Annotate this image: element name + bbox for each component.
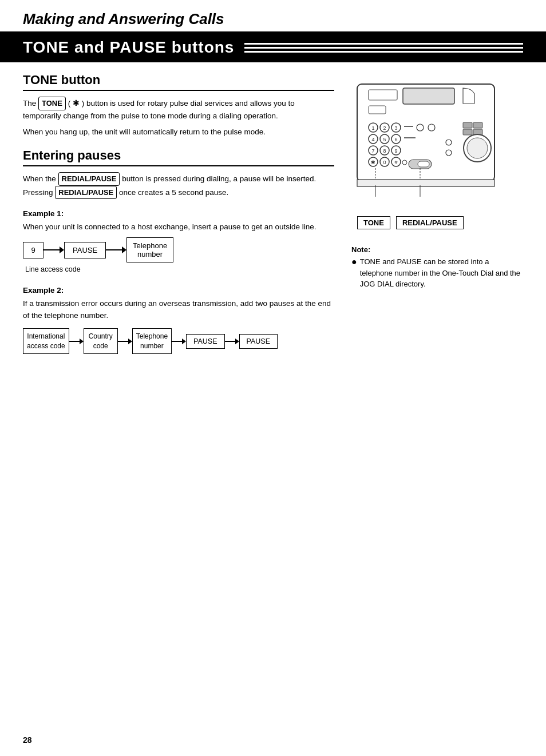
diag2-connector2: [118, 339, 132, 344]
pause-desc-1: When the: [23, 174, 56, 183]
page-title: Making and Answering Calls: [23, 10, 523, 28]
diag2-box3: Telephone number: [132, 328, 172, 355]
note-text: TONE and PAUSE can be stored into a tele…: [360, 256, 523, 290]
redial-pause-key1: REDIAL/PAUSE: [58, 172, 120, 186]
example2-description: If a transmission error occurs during an…: [23, 298, 334, 321]
diag1-box1: 9: [23, 242, 43, 258]
diag1-box2: PAUSE: [64, 242, 106, 258]
svg-text:3: 3: [394, 125, 397, 131]
diag2-box5: PAUSE: [239, 334, 278, 349]
note-item: ● TONE and PAUSE can be stored into a te…: [351, 256, 523, 290]
svg-rect-3: [369, 106, 386, 114]
redial-device-label: REDIAL/PAUSE: [396, 216, 464, 229]
svg-point-42: [402, 160, 407, 165]
section-title-bar: TONE and PAUSE buttons: [0, 33, 546, 62]
svg-text:8: 8: [383, 148, 386, 154]
svg-rect-14: [473, 122, 482, 128]
example1-label: Example 1:: [23, 209, 334, 218]
redial-pause-key2: REDIAL/PAUSE: [55, 186, 117, 200]
note-section: Note: ● TONE and PAUSE can be stored int…: [351, 245, 523, 290]
svg-text:9: 9: [394, 148, 397, 154]
svg-text:0: 0: [383, 160, 386, 165]
pause-description: When the REDIAL/PAUSE button is pressed …: [23, 172, 334, 199]
svg-rect-15: [463, 129, 472, 135]
tone-device-label: TONE: [357, 216, 390, 229]
svg-text:6: 6: [394, 137, 397, 142]
tone-description-2: When you hang up, the unit will automati…: [23, 126, 334, 138]
entering-pauses-title: Entering pauses: [23, 148, 334, 166]
svg-rect-41: [418, 161, 429, 167]
line-access-label: Line access code: [25, 265, 81, 273]
example2-label: Example 2:: [23, 286, 334, 295]
diag1-arrow1: [43, 246, 64, 253]
svg-text:1: 1: [371, 125, 374, 131]
example1-description: When your unit is connected to a host ex…: [23, 221, 334, 233]
pause-desc-3: once creates a 5 second pause.: [119, 188, 228, 197]
svg-text:#: #: [394, 160, 397, 165]
section-title: TONE and PAUSE buttons: [23, 38, 234, 57]
svg-point-26: [446, 140, 452, 145]
svg-text:2: 2: [383, 125, 386, 131]
svg-text:7: 7: [371, 148, 374, 154]
content-area: TONE button The TONE ( ✱ ) button is use…: [0, 62, 546, 356]
svg-text:4: 4: [371, 137, 374, 142]
device-svg: 1 2 3 4 5 6: [351, 79, 506, 211]
svg-point-12: [428, 124, 435, 131]
svg-point-27: [446, 150, 452, 156]
diag1-box3-line1: Telephone: [133, 241, 167, 250]
page-header: Making and Answering Calls: [0, 0, 546, 33]
example1-diagram: 9 PAUSE Telephone number Line acce: [23, 237, 334, 273]
diag2-connector4: [225, 339, 239, 344]
left-column: TONE button The TONE ( ✱ ) button is use…: [23, 62, 334, 356]
svg-text:✱: ✱: [371, 160, 375, 165]
tone-key-label: TONE: [38, 97, 66, 110]
tone-desc-part1: The: [23, 99, 36, 108]
tone-description: The TONE ( ✱ ) button is used for rotary…: [23, 97, 334, 122]
right-column: 1 2 3 4 5 6: [351, 62, 523, 356]
diag2-connector1: [69, 339, 84, 344]
page-number: 28: [23, 735, 32, 745]
svg-rect-43: [357, 180, 494, 186]
svg-rect-2: [403, 88, 454, 104]
note-title: Note:: [351, 245, 523, 254]
note-bullet: ●: [351, 256, 357, 267]
diag2-box2: Country code: [84, 328, 118, 355]
device-label-row: TONE REDIAL/PAUSE: [351, 216, 512, 229]
diag1-box3-line2: number: [137, 250, 163, 258]
decorative-lines: [244, 43, 523, 53]
svg-text:5: 5: [383, 137, 386, 142]
diag2-box4: PAUSE: [186, 334, 224, 349]
diag2-box1: International access code: [23, 328, 69, 355]
svg-point-25: [467, 138, 488, 158]
diag2-connector3: [172, 339, 186, 344]
diag1-arrow2: [106, 246, 126, 253]
example1-diagram-row: 9 PAUSE Telephone number: [23, 237, 173, 262]
device-illustration: 1 2 3 4 5 6: [351, 79, 512, 228]
svg-point-11: [417, 124, 424, 131]
tone-button-title: TONE button: [23, 73, 334, 91]
svg-rect-1: [369, 90, 397, 100]
svg-rect-13: [463, 122, 472, 128]
example2-diagram: International access code Country code T…: [23, 328, 334, 355]
diag1-box3: Telephone number: [126, 237, 173, 262]
